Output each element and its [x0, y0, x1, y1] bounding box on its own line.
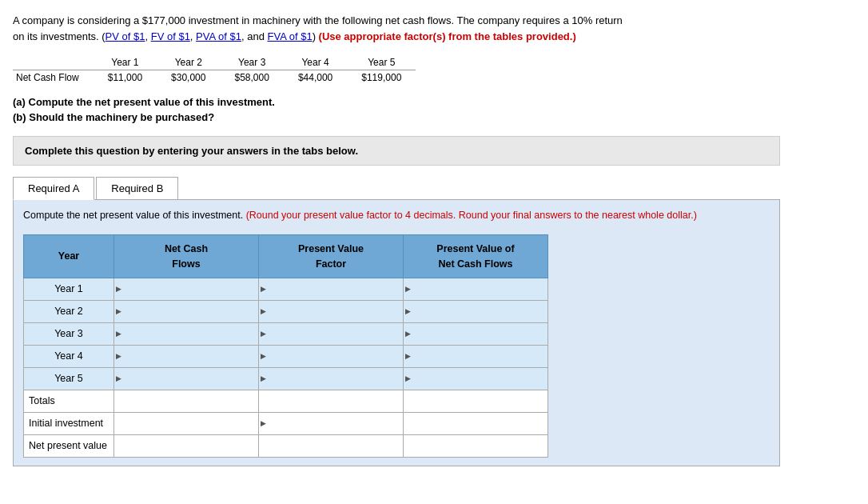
year1-header: Year 1: [94, 55, 157, 70]
year2-pvf-cell[interactable]: [258, 301, 403, 323]
table-row: Year 5: [24, 368, 548, 390]
year3-pvf-input[interactable]: [265, 328, 396, 339]
year5-header: Year 5: [347, 55, 416, 70]
ncf-col-header: Net CashFlows: [113, 234, 258, 278]
npv-label: Net present value: [24, 435, 114, 458]
year2-ncf-input[interactable]: [121, 306, 252, 317]
year3-header: Year 3: [220, 55, 283, 70]
year5-value: $119,000: [347, 70, 416, 86]
question-a: (a) Compute the net present value of thi…: [13, 96, 855, 108]
intro-text-1: A company is considering a $177,000 inve…: [13, 14, 623, 26]
year3-value: $58,000: [220, 70, 283, 86]
year2-value: $30,000: [157, 70, 220, 86]
year-col-header: Year: [24, 234, 114, 278]
question-b: (b) Should the machinery be purchased?: [13, 111, 855, 123]
fva-link[interactable]: FVA of $1: [267, 30, 312, 42]
initial-investment-label: Initial investment: [24, 413, 114, 435]
year5-label: Year 5: [24, 368, 114, 390]
year1-pvf-cell[interactable]: [258, 278, 403, 301]
year5-pvncf-input[interactable]: [410, 373, 541, 384]
npv-pvncf-cell[interactable]: [403, 435, 547, 458]
year1-pvncf-cell[interactable]: [403, 278, 547, 301]
tab-bar: Required A Required B: [13, 177, 780, 200]
totals-pvf-cell: [258, 390, 403, 413]
tab-content-required-a: Compute the net present value of this in…: [13, 200, 780, 466]
year1-pvf-input[interactable]: [265, 283, 396, 294]
totals-row: Totals: [24, 390, 548, 413]
year1-ncf-input[interactable]: [121, 283, 252, 294]
init-pvf-cell: ▶: [258, 413, 403, 435]
year3-label: Year 3: [24, 323, 114, 346]
answer-table: Year Net CashFlows Present ValueFactor P…: [23, 234, 548, 458]
year4-pvncf-input[interactable]: [410, 350, 541, 362]
year5-pvf-input[interactable]: [265, 373, 396, 384]
year2-pvncf-input[interactable]: [410, 306, 541, 317]
table-row: Year 1: [24, 278, 548, 301]
answer-table-wrapper: Year Net CashFlows Present ValueFactor P…: [23, 234, 770, 458]
year4-pvf-input[interactable]: [265, 350, 396, 362]
totals-pvncf-cell[interactable]: [403, 390, 547, 413]
year1-label: Year 1: [24, 278, 114, 301]
intro-text-2: on its investments. (: [13, 30, 106, 42]
initial-investment-row: Initial investment ▶: [24, 413, 548, 435]
totals-label: Totals: [24, 390, 114, 413]
year2-pvncf-cell[interactable]: [403, 301, 547, 323]
year2-header: Year 2: [157, 55, 220, 70]
tab-required-b[interactable]: Required B: [96, 177, 178, 199]
year5-ncf-input[interactable]: [121, 373, 252, 384]
init-ncf-cell: [113, 413, 258, 435]
tab-instruction: Compute the net present value of this in…: [23, 208, 770, 223]
year3-ncf-cell[interactable]: [113, 323, 258, 346]
year4-pvf-cell[interactable]: [258, 346, 403, 368]
year2-pvf-input[interactable]: [265, 306, 396, 317]
pvf-col-header: Present ValueFactor: [258, 234, 403, 278]
year3-pvncf-input[interactable]: [410, 328, 541, 339]
year5-ncf-cell[interactable]: [113, 368, 258, 390]
bold-instruction: (Use appropriate factor(s) from the tabl…: [319, 30, 576, 42]
year5-pvf-cell[interactable]: [258, 368, 403, 390]
fv-link[interactable]: FV of $1: [151, 30, 190, 42]
year1-pvncf-input[interactable]: [410, 283, 541, 294]
net-cash-flow-label: Net Cash Flow: [13, 70, 94, 86]
year4-pvncf-cell[interactable]: [403, 346, 547, 368]
init-pvncf-cell[interactable]: [403, 413, 547, 435]
year1-ncf-cell[interactable]: [113, 278, 258, 301]
tabs-container: Required A Required B Compute the net pr…: [13, 177, 780, 466]
questions-section: (a) Compute the net present value of thi…: [13, 96, 855, 123]
year3-pvncf-cell[interactable]: [403, 323, 547, 346]
year4-ncf-input[interactable]: [121, 350, 252, 362]
pva-link[interactable]: PVA of $1: [196, 30, 241, 42]
pvncf-col-header: Present Value ofNet Cash Flows: [403, 234, 547, 278]
year4-ncf-cell[interactable]: [113, 346, 258, 368]
npv-pvf-cell: [258, 435, 403, 458]
init-pvncf-input[interactable]: [410, 418, 541, 429]
intro-paragraph: A company is considering a $177,000 inve…: [13, 13, 780, 44]
table-row: Year 3: [24, 323, 548, 346]
totals-ncf-cell: [113, 390, 258, 413]
year4-label: Year 4: [24, 346, 114, 368]
npv-ncf-cell: [113, 435, 258, 458]
net-present-value-row: Net present value: [24, 435, 548, 458]
tab-required-a[interactable]: Required A: [13, 177, 94, 200]
year2-label: Year 2: [24, 301, 114, 323]
instruction-box: Complete this question by entering your …: [13, 136, 780, 166]
table-row: Year 2: [24, 301, 548, 323]
year2-ncf-cell[interactable]: [113, 301, 258, 323]
year5-pvncf-cell[interactable]: [403, 368, 547, 390]
year3-pvf-cell[interactable]: [258, 323, 403, 346]
npv-pvncf-input[interactable]: [410, 440, 541, 451]
year4-header: Year 4: [284, 55, 347, 70]
year1-value: $11,000: [94, 70, 157, 86]
year3-ncf-input[interactable]: [121, 328, 252, 339]
year4-value: $44,000: [284, 70, 347, 86]
table-row: Year 4: [24, 346, 548, 368]
totals-pvncf-input[interactable]: [410, 395, 541, 406]
pv-link[interactable]: PV of $1: [106, 30, 145, 42]
cash-flow-table: Year 1 Year 2 Year 3 Year 4 Year 5 Net C…: [13, 55, 416, 85]
